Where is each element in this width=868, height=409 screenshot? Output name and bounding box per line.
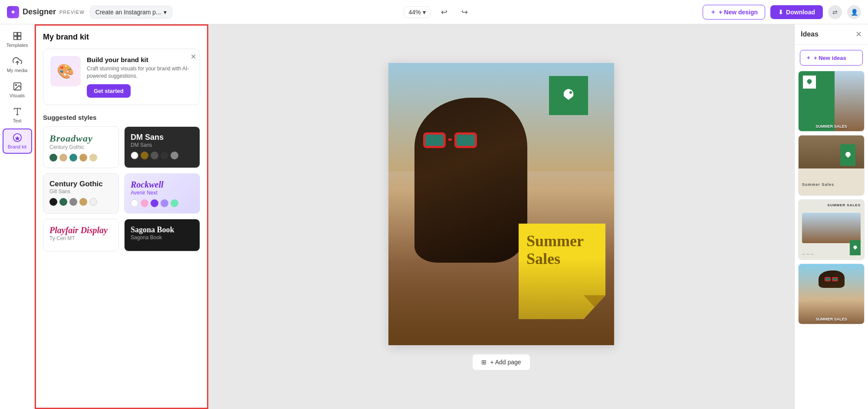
redo-button[interactable]: ↪ <box>458 6 471 19</box>
grid-icon <box>13 31 22 41</box>
app-name: Designer <box>23 7 56 16</box>
style-card-century[interactable]: Century Gothic Gill Sans <box>43 173 119 214</box>
build-brand-card: 🎨 Build your brand kit Craft stunning vi… <box>43 49 200 105</box>
ty-cen-mt-sub-label: Ty Cen MT <box>49 235 112 241</box>
idea-thumb-bg-light <box>799 168 864 195</box>
download-icon: ⬇ <box>778 9 783 16</box>
color-dot <box>131 199 138 207</box>
color-dot <box>171 152 178 159</box>
style-card-broadway[interactable]: Broadway Century Gothic <box>43 126 119 168</box>
glasses-bridge <box>448 139 452 141</box>
zoom-button[interactable]: 44% ▾ <box>404 7 430 18</box>
ideas-list: SUMMER SALES Summer Sales SUMMER SALES <box>795 71 868 409</box>
idea-thumb-label-1: SUMMER SALES <box>801 124 861 129</box>
plus-icon: ＋ <box>806 54 811 62</box>
svg-rect-1 <box>17 33 20 36</box>
idea-thumbnail-4[interactable]: SUMMER SALES <box>798 264 865 324</box>
avatar-button[interactable]: 👤 <box>847 5 861 19</box>
idea-thumb-label-2: Summer Sales <box>802 182 834 187</box>
build-brand-illustration: 🎨 <box>50 56 81 86</box>
dmsans-color-dots <box>131 152 194 159</box>
color-dot <box>59 154 67 162</box>
idea-bird-box <box>803 76 816 89</box>
rockwell-font-label: Rockwell <box>131 180 194 190</box>
style-card-sagona[interactable]: Sagona Book Sagona Book <box>124 219 200 251</box>
color-dot <box>49 154 57 162</box>
idea-thumb-bg-photo <box>835 71 864 131</box>
idea-thumbnail-2[interactable]: Summer Sales <box>798 135 865 196</box>
sidebar-item-my-media[interactable]: My media <box>3 53 32 76</box>
add-page-button[interactable]: ⊞ + Add page <box>472 354 530 370</box>
idea-thumbnail-3[interactable]: SUMMER SALES — — — <box>798 199 865 260</box>
idea-thumbnail-1[interactable]: SUMMER SALES <box>798 71 865 132</box>
bird-icon-3 <box>852 244 858 251</box>
chevron-down-icon: ▾ <box>164 9 167 16</box>
color-dot <box>69 198 77 206</box>
color-dot <box>141 199 148 207</box>
text-icon <box>13 107 22 116</box>
playfair-font-label: Playfair Display <box>49 225 112 235</box>
app-logo: ✦ Designer PREVIEW <box>7 6 85 18</box>
sidebar-item-label: Text <box>13 118 21 123</box>
bird-icon-2 <box>843 150 853 160</box>
dmsans-sub-label: DM Sans <box>131 142 194 148</box>
style-card-playfair[interactable]: Playfair Display Ty Cen MT <box>43 219 119 251</box>
brand-icon <box>13 133 22 142</box>
download-label: Download <box>786 9 815 16</box>
style-grid: Broadway Century Gothic DM Sans DM Sans <box>43 126 200 251</box>
sunglasses <box>423 132 477 148</box>
color-dot <box>161 199 168 207</box>
brand-panel-title: My brand kit <box>43 33 200 42</box>
download-button[interactable]: ⬇ Download <box>770 5 823 19</box>
sidebar-item-brand-kit[interactable]: Brand kit <box>3 129 32 154</box>
style-card-dmsans[interactable]: DM Sans DM Sans <box>124 126 200 168</box>
new-design-label: + New design <box>719 9 758 16</box>
canvas-area: Summer Sales ⊞ + Add page <box>208 24 794 409</box>
glass-l <box>825 277 831 281</box>
new-design-button[interactable]: ＋ + New design <box>703 5 765 20</box>
zoom-chevron-icon: ▾ <box>423 9 426 16</box>
svg-rect-0 <box>13 33 16 36</box>
svg-point-6 <box>15 84 16 86</box>
build-brand-heading: Build your brand kit <box>87 56 193 63</box>
design-canvas[interactable]: Summer Sales <box>388 63 614 345</box>
new-ideas-button[interactable]: ＋ + New ideas <box>800 50 863 66</box>
undo-button[interactable]: ↩ <box>437 6 451 19</box>
sagona-sub-label: Sagona Book <box>131 234 194 241</box>
upload-icon <box>13 56 22 66</box>
right-glass <box>454 132 477 148</box>
bird-icon <box>558 85 579 106</box>
style-card-rockwell[interactable]: Rockwell Avenir Next <box>124 173 200 214</box>
get-started-button[interactable]: Get started <box>87 84 131 98</box>
brand-kit-panel: My brand kit 🎨 Build your brand kit Craf… <box>35 24 208 409</box>
color-dot <box>131 152 138 159</box>
document-title-button[interactable]: Create an Instagram p... ▾ <box>90 6 172 19</box>
ideas-panel: Ideas ✕ ＋ + New ideas SUMMER SALES <box>794 24 868 409</box>
logo-icon: ✦ <box>7 6 19 18</box>
sidebar-item-text[interactable]: Text <box>3 103 32 127</box>
plus-icon: ＋ <box>710 8 716 16</box>
sidebar-item-visuals[interactable]: Visuals <box>3 78 32 102</box>
idea-dog-thumb <box>819 270 845 288</box>
sidebar-item-label: My media <box>7 68 28 73</box>
close-build-card-button[interactable]: ✕ <box>191 53 196 61</box>
svg-point-10 <box>569 91 572 94</box>
canvas-green-logo-box <box>549 76 588 115</box>
avenir-next-sub-label: Avenir Next <box>131 190 194 196</box>
sidebar-item-label: Templates <box>6 43 28 48</box>
main-area: Templates My media Visuals Text <box>0 24 868 409</box>
topbar-right: ＋ + New design ⬇ Download ⇄ 👤 <box>703 5 861 20</box>
share-button[interactable]: ⇄ <box>828 5 842 19</box>
sidebar-item-templates[interactable]: Templates <box>3 28 32 51</box>
topbar: ✦ Designer PREVIEW Create an Instagram p… <box>0 0 868 24</box>
person-icon: 👤 <box>851 9 858 16</box>
idea-label-lines: — — — <box>802 252 814 255</box>
build-brand-content: Build your brand kit Craft stunning visu… <box>87 56 193 98</box>
svg-rect-3 <box>17 36 20 40</box>
bird-icon <box>805 78 814 86</box>
close-ideas-button[interactable]: ✕ <box>855 30 862 39</box>
zoom-level: 44% <box>408 9 421 16</box>
document-title-label: Create an Instagram p... <box>95 9 161 16</box>
color-dot <box>151 152 158 159</box>
color-dot <box>171 199 178 207</box>
